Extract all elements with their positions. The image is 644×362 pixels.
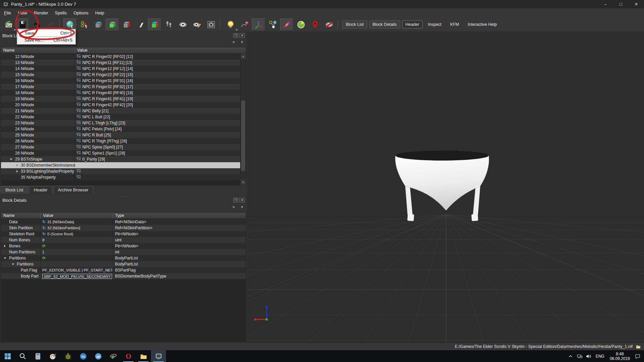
block-list-row-19-ninode[interactable]: 19 NiNode Txt NPC R Finger41 [RF41] [19]: [1, 96, 240, 102]
toolbar-button-nodes[interactable]: [266, 18, 279, 31]
block-details-row-data[interactable]: Data ↻ ⟳ 31 [NiSkinData] Ref<NiSkinData>: [1, 219, 246, 225]
detail-value[interactable]: 8: [42, 238, 44, 242]
expand-arrow-icon[interactable]: [12, 263, 14, 265]
toolbar-button-map-pin[interactable]: [308, 18, 322, 31]
block-list-row-28-ninode[interactable]: 28 NiNode Txt NPC Spine1 [Spn1] [28]: [1, 150, 240, 156]
toolbar-button-separator[interactable]: [219, 20, 222, 29]
detail-value[interactable]: 32 [NiSkinPartition]: [47, 226, 80, 230]
toolbar-button-eye[interactable]: [176, 18, 190, 31]
block-list-scrollbar[interactable]: ▲ ▼: [240, 54, 246, 185]
taskbar-icon-yu-app[interactable]: [75, 350, 91, 362]
expand-arrow-icon[interactable]: [16, 164, 18, 167]
detail-value[interactable]: SBP_52_MOD_PELVIS_SECONDARY: [42, 274, 112, 279]
toolbar-toggle-block-details[interactable]: Block Details: [369, 20, 400, 28]
block-list-row-18-ninode[interactable]: 18 NiNode Txt NPC R Finger40 [RF40] [18]: [1, 90, 240, 96]
block-details-row-skeleton-root[interactable]: Skeleton Root ↻ ⟳ 0 (Scene Root) Ptr<NiN…: [1, 231, 246, 237]
taskbar-icon-nifskope[interactable]: [151, 350, 166, 362]
block-list-row-14-ninode[interactable]: 14 NiNode Txt NPC R Finger12 [RF12] [14]: [1, 66, 240, 72]
toolbar-toggle-header[interactable]: Header: [402, 20, 423, 28]
column-header-value[interactable]: Value: [75, 47, 246, 53]
taskbar-icon-opera[interactable]: [121, 350, 136, 362]
toolbar-button-cube-rgb[interactable]: [148, 18, 161, 31]
block-list-row-16-ninode[interactable]: 16 NiNode Txt NPC R Finger31 [RF31] [16]: [1, 78, 240, 84]
block-details-row-part-flag[interactable]: Part Flag ↻ ⟳ PF_EDITOR_VISIBLE | PF_STA…: [1, 267, 246, 273]
column-header-type[interactable]: Type: [113, 213, 246, 219]
panty-model[interactable]: [395, 150, 489, 221]
toolbar-button-vertex-pin[interactable]: [238, 18, 251, 31]
block-details-row-body-part[interactable]: Body Part ↻ ⟳ SBP_52_MOD_PELVIS_SECONDAR…: [1, 273, 246, 279]
detail-value[interactable]: PF_EDITOR_VISIBLE | PF_START_NET_BONESET: [42, 268, 113, 272]
chevron-down-icon[interactable]: »: [232, 206, 236, 208]
toolbar-toggle-block-list[interactable]: Block List: [342, 20, 367, 28]
float-panel-icon[interactable]: ❐: [233, 33, 238, 38]
detail-value[interactable]: 0 (Scene Root): [47, 232, 73, 236]
toolbar-button-axes[interactable]: [252, 18, 265, 31]
detail-value[interactable]: 1: [42, 250, 44, 254]
chevron-up-icon[interactable]: »: [239, 41, 244, 43]
menu-item-spells[interactable]: Spells: [52, 9, 70, 17]
splitter-handle[interactable]: ······: [0, 195, 247, 198]
expand-arrow-icon[interactable]: [16, 170, 18, 173]
save-menu-item-save[interactable]: Save Ctrl+S: [17, 29, 75, 37]
taskbar-icon-beetle-app[interactable]: [60, 350, 75, 362]
column-header-name[interactable]: Name: [1, 47, 75, 53]
window-button-close[interactable]: ✕: [629, 0, 644, 8]
scroll-up-icon[interactable]: ▲: [240, 54, 246, 59]
toolbar-button-pie[interactable]: [294, 18, 308, 31]
close-panel-icon[interactable]: ✕: [239, 198, 245, 202]
toolbar-button-eye-slash[interactable]: [322, 18, 336, 31]
block-list-row-30-bsdismemberskininstance[interactable]: 30 BSDismemberSkinInstance Txt: [1, 162, 240, 168]
toolbar-button-screenshot[interactable]: [204, 18, 218, 31]
block-list-row-22-ninode[interactable]: 22 NiNode Txt NPC L Butt [22]: [1, 114, 240, 120]
detail-value[interactable]: 31 [NiSkinData]: [47, 220, 74, 224]
taskbar-icon-search[interactable]: [15, 350, 30, 362]
block-list-row-27-ninode[interactable]: 27 NiNode Txt NPC Spine [Spn0] [27]: [1, 144, 240, 150]
taskbar-icon-start[interactable]: [0, 350, 15, 362]
toolbar-button-planes[interactable]: [134, 18, 147, 31]
block-list-row-21-ninode[interactable]: 21 NiNode Txt NPC Belly [21]: [1, 108, 240, 114]
toolbar-button-cube-green[interactable]: [106, 18, 119, 31]
taskbar-icon-paint[interactable]: [45, 350, 60, 362]
toolbar-toggle-inspect[interactable]: Inspect: [425, 20, 445, 28]
menu-item-view[interactable]: View: [14, 9, 31, 17]
chevron-down-icon[interactable]: »: [232, 41, 236, 43]
taskbar-icon-file-explorer[interactable]: [136, 350, 151, 362]
taskbar-icon-calculator[interactable]: [30, 350, 45, 362]
scroll-down-icon[interactable]: ▼: [240, 180, 246, 185]
block-details-row-partitions[interactable]: Partitions ↻ ⟳ BodyPartList: [1, 255, 246, 261]
block-details-row-num-partitions[interactable]: Num Partitions ↻ ⟳ 1 int: [1, 249, 246, 255]
taskbar-icon-internet-explorer[interactable]: [106, 350, 121, 362]
block-list-row-20-ninode[interactable]: 20 NiNode Txt NPC R Finger42 [RF42] [20]: [1, 102, 240, 108]
menu-item-file[interactable]: File: [1, 9, 14, 17]
toolbar-button-eye-edit[interactable]: [190, 18, 204, 31]
action-center-icon[interactable]: [633, 350, 642, 362]
block-list-row-24-ninode[interactable]: 24 NiNode Txt NPC Pelvis [Pelv] [24]: [1, 126, 240, 132]
block-list-row-13-ninode[interactable]: 13 NiNode Txt NPC R Finger11 [RF11] [13]: [1, 60, 240, 66]
menu-item-options[interactable]: Options: [70, 9, 92, 17]
toolbar-button-cube-blue[interactable]: [92, 18, 105, 31]
column-header-value[interactable]: Value: [41, 213, 113, 219]
volume-icon[interactable]: [584, 350, 593, 362]
block-list-row-26-ninode[interactable]: 26 NiNode Txt NPC R Thigh [RThg] [26]: [1, 138, 240, 144]
dock-tab-block-list[interactable]: Block List: [1, 186, 28, 194]
3d-viewport[interactable]: [248, 32, 644, 343]
block-list-row-29-bstrishape[interactable]: 29 BSTriShape Txt 0_Panty [29]: [1, 156, 240, 162]
toolbar-button-bulb[interactable]: [224, 18, 237, 31]
taskbar-icon-qbittorrent[interactable]: [91, 350, 106, 362]
scroll-thumb[interactable]: [241, 101, 245, 171]
window-button-maximize[interactable]: □: [613, 0, 629, 8]
block-list-row-33-bslightingshaderproperty[interactable]: 33 BSLightingShaderProperty Txt: [1, 168, 240, 174]
toolbar-button-separator[interactable]: [59, 20, 62, 29]
expand-arrow-icon[interactable]: [4, 245, 6, 247]
toolbar-toggle-kfm[interactable]: KFM: [447, 20, 462, 28]
float-panel-icon[interactable]: ❐: [233, 198, 238, 202]
dock-tab-header[interactable]: Header: [29, 186, 52, 194]
block-details-row-bones[interactable]: Bones ↻ ⟳ Ptr<NiNode>: [1, 243, 246, 249]
toolbar-button-anim-cursor[interactable]: [77, 18, 91, 31]
language-indicator[interactable]: ENG: [593, 354, 607, 359]
clock[interactable]: 8:48 06.09.2019: [610, 352, 630, 361]
column-header-name[interactable]: Name: [1, 213, 41, 219]
toolbar-button-load[interactable]: [2, 18, 15, 31]
toolbar-button-bone[interactable]: [280, 18, 293, 31]
network-icon[interactable]: [575, 350, 584, 362]
